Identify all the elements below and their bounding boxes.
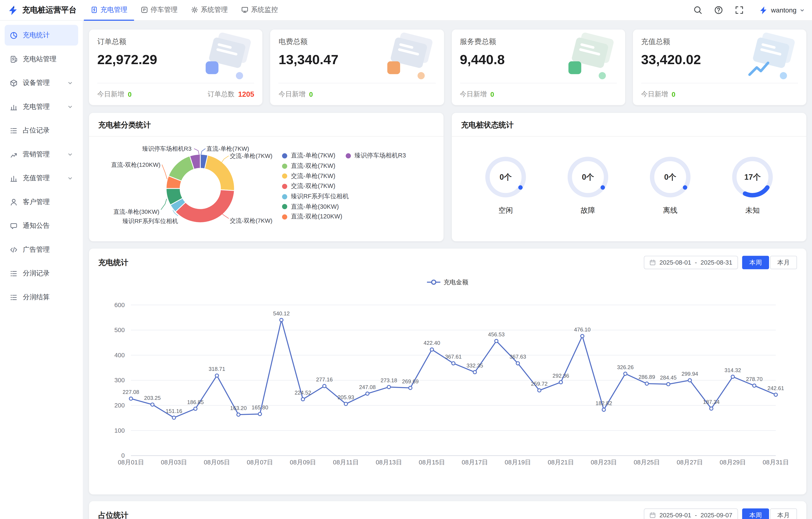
tab-charge-management[interactable]: 充电管理 <box>84 0 134 21</box>
sidebar-item-customer-management[interactable]: 客户管理 <box>5 192 78 212</box>
legend-label: 臻识停车场相机R3 <box>355 151 406 160</box>
charge-chart-controls: 2025-08-01 - 2025-08-31 本周本月 <box>644 256 797 269</box>
date-range-picker[interactable]: 2025-09-01 - 2025-09-07 <box>644 509 738 519</box>
date-start[interactable]: 2025-09-01 <box>660 512 691 519</box>
today-new-label: 今日新增 <box>460 89 487 99</box>
donut-callout: 臻识RF系列车位相机 <box>122 217 178 225</box>
line-chart: 010020030040050060008月01日08月03日08月05日08月… <box>98 292 797 476</box>
month-button[interactable]: 本月 <box>770 256 797 269</box>
stat-card-footer: 今日新增0 <box>460 83 617 99</box>
sidebar-item-profit-records[interactable]: 分润记录 <box>5 263 78 284</box>
occupy-chart-controls: 2025-09-01 - 2025-09-07 本周本月 <box>644 509 797 519</box>
svg-text:08月31日: 08月31日 <box>763 459 789 466</box>
svg-text:400: 400 <box>114 352 125 359</box>
today-new-value: 0 <box>128 90 132 98</box>
sidebar-item-device-management[interactable]: 设备管理 <box>5 73 78 93</box>
tab-parking-management[interactable]: P 停车管理 <box>134 0 184 21</box>
sidebar-item-label: 通知公告 <box>23 221 50 230</box>
sidebar-item-marketing-management[interactable]: 营销管理 <box>5 144 78 165</box>
parking-icon: P <box>141 6 148 13</box>
sidebar-item-charge-stats[interactable]: 充电统计 <box>5 25 78 46</box>
week-button[interactable]: 本周 <box>742 509 769 519</box>
list-icon <box>10 293 18 301</box>
svg-text:08月09日: 08月09日 <box>290 459 316 466</box>
sidebar-item-recharge-management[interactable]: 充值管理 <box>5 168 78 189</box>
pile-status-panel: 充电桩状态统计 0个 空闲 0个 故障 <box>452 113 806 241</box>
sidebar-item-charge-management[interactable]: 充电管理 <box>5 96 78 117</box>
sidebar-item-occupy-records[interactable]: 占位记录 <box>5 120 78 141</box>
tab-system-monitor[interactable]: 系统监控 <box>234 0 285 21</box>
month-button[interactable]: 本月 <box>770 509 797 519</box>
svg-text:277.16: 277.16 <box>316 377 333 382</box>
today-new-label: 今日新增 <box>641 89 668 99</box>
search-icon[interactable] <box>693 6 702 15</box>
user-menu[interactable]: wantong <box>759 5 805 15</box>
top-bar-actions: wantong <box>693 5 805 15</box>
chat-bubble-icon <box>10 222 18 230</box>
tab-system-management[interactable]: 系统管理 <box>184 0 234 21</box>
sidebar-item-label: 营销管理 <box>23 149 50 159</box>
charge-pile-icon <box>91 6 98 13</box>
help-icon[interactable] <box>714 6 723 15</box>
sidebar-item-label: 充电站管理 <box>23 54 57 64</box>
monitor-icon <box>241 6 249 13</box>
stat-card-service-fee-total: 服务费总额 9,440.8 今日新增0 <box>452 29 625 105</box>
svg-text:259.72: 259.72 <box>531 381 548 387</box>
svg-text:182.82: 182.82 <box>596 400 612 406</box>
main-content: 订单总额 22,972.29 今日新增0 订单总数1205 电费总额 13,34… <box>83 21 812 519</box>
order-count-value: 1205 <box>238 90 254 99</box>
legend-item[interactable]: 臻识RF系列车位相机 <box>282 191 349 201</box>
legend-item[interactable]: 直流-单枪(30KW) <box>282 202 349 212</box>
date-start[interactable]: 2025-08-01 <box>660 259 691 266</box>
fullscreen-icon[interactable] <box>735 6 744 15</box>
legend-label: 臻识RF系列车位相机 <box>291 192 349 201</box>
donut-callout: 直流-单枪(7KW) <box>206 145 249 153</box>
legend-item[interactable]: 直流-单枪(7KW) <box>282 151 349 161</box>
date-range-picker[interactable]: 2025-08-01 - 2025-08-31 <box>644 256 738 269</box>
legend-item[interactable]: 交流-单枪(7KW) <box>282 171 349 181</box>
today-new-value: 0 <box>671 90 675 98</box>
svg-text:08月15日: 08月15日 <box>419 459 445 466</box>
chevron-down-icon <box>800 7 805 12</box>
sidebar-item-ad-management[interactable]: 广告管理 <box>5 239 78 260</box>
date-end[interactable]: 2025-09-07 <box>700 512 732 519</box>
sidebar-item-label: 占位记录 <box>23 126 50 135</box>
svg-text:08月03日: 08月03日 <box>161 459 187 466</box>
svg-text:242.61: 242.61 <box>767 385 784 391</box>
week-button[interactable]: 本周 <box>742 256 769 269</box>
line-legend[interactable]: 充电金额 <box>89 275 806 289</box>
list-icon <box>10 127 18 134</box>
cube-icon <box>10 79 18 87</box>
brand[interactable]: 充电桩运营平台 <box>7 4 83 16</box>
calendar-icon <box>649 512 656 518</box>
svg-text:151.16: 151.16 <box>166 408 182 414</box>
donut-callout: 臻识停车场相机R3 <box>142 145 192 153</box>
sidebar-item-profit-settlement[interactable]: 分润结算 <box>5 287 78 307</box>
legend-label: 直流-双枪(120KW) <box>291 213 342 221</box>
svg-text:224.52: 224.52 <box>294 390 311 395</box>
middle-panels-row: 充电桩分类统计 臻识停车场相机 <box>89 113 806 241</box>
date-separator: - <box>695 512 697 519</box>
svg-text:300: 300 <box>114 377 125 384</box>
legend-dot <box>282 184 287 189</box>
today-new-label: 今日新增 <box>279 89 306 99</box>
legend-dot <box>282 153 287 158</box>
legend-item[interactable]: 直流-双枪(7KW) <box>282 161 349 171</box>
date-end[interactable]: 2025-08-31 <box>700 259 732 266</box>
list-icon <box>10 269 18 277</box>
svg-text:08月25日: 08月25日 <box>634 459 660 466</box>
stat-title: 充值总额 <box>641 37 798 47</box>
code-icon <box>10 246 18 253</box>
svg-text:292.36: 292.36 <box>553 373 569 379</box>
sidebar-item-station-management[interactable]: 充电站管理 <box>5 49 78 70</box>
legend-item[interactable]: 臻识停车场相机R3 <box>346 151 406 161</box>
svg-text:456.53: 456.53 <box>488 331 505 337</box>
chevron-down-icon <box>67 151 73 157</box>
tab-label: 停车管理 <box>151 5 177 14</box>
legend-item[interactable]: 交流-双枪(7KW) <box>282 181 349 191</box>
panel-title: 充电桩分类统计 <box>89 113 444 137</box>
legend-dot <box>282 173 287 179</box>
legend-item[interactable]: 直流-双枪(120KW) <box>282 212 349 222</box>
svg-text:203.25: 203.25 <box>144 395 161 401</box>
sidebar-item-notices[interactable]: 通知公告 <box>5 216 78 236</box>
